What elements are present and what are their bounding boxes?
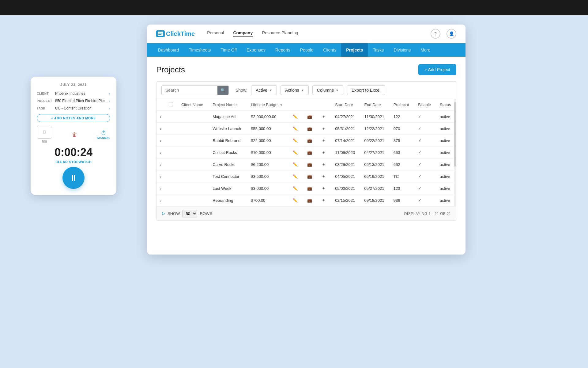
th-expand: [156, 99, 165, 111]
row-briefcase-icon[interactable]: 💼: [303, 159, 318, 171]
stopwatch-client-field: CLIENT Phoenix Industries ›: [37, 91, 110, 96]
budget-sort-icon[interactable]: ▼: [280, 103, 283, 107]
nav-expenses[interactable]: Expenses: [242, 43, 270, 57]
row-add-icon[interactable]: ＋: [318, 147, 331, 159]
project-arrow-icon[interactable]: ›: [109, 99, 110, 103]
row-checkbox: [165, 171, 178, 182]
clear-stopwatch-button[interactable]: CLEAR STOPWATCH: [37, 160, 110, 164]
nav-projects[interactable]: Projects: [341, 43, 368, 57]
row-status: active: [436, 159, 456, 171]
table-controls: 🔍 Show: Active ▼ Actions ▼ Columns ▼: [156, 81, 456, 221]
task-arrow-icon[interactable]: ›: [109, 106, 110, 110]
th-checkbox: [165, 99, 178, 111]
search-input[interactable]: [162, 86, 217, 95]
nav-company[interactable]: Company: [233, 30, 253, 37]
row-expand[interactable]: ›: [156, 123, 165, 135]
hrs-label: hrs: [37, 139, 52, 144]
add-notes-button[interactable]: + ADD NOTES AND MORE: [37, 114, 110, 122]
row-edit-icon[interactable]: ✏️: [289, 147, 303, 159]
export-excel-button[interactable]: Export to Excel: [347, 85, 385, 95]
row-billable: ✓: [414, 171, 436, 182]
table-row: › Last Week $3,000.00 ✏️ 💼 ＋ 05/03/2021 …: [156, 182, 456, 194]
search-button[interactable]: 🔍: [217, 86, 228, 95]
row-expand[interactable]: ›: [156, 171, 165, 182]
blue-navigation: Dashboard Timesheets Time Off Expenses R…: [147, 43, 466, 57]
browser-window: ClickTime Personal Company Resource Plan…: [147, 25, 466, 255]
row-edit-icon[interactable]: ✏️: [289, 135, 303, 147]
nav-more[interactable]: More: [416, 43, 435, 57]
nav-personal[interactable]: Personal: [207, 30, 224, 37]
row-briefcase-icon[interactable]: 💼: [303, 123, 318, 135]
row-briefcase-icon[interactable]: 💼: [303, 147, 318, 159]
columns-dropdown[interactable]: Columns ▼: [312, 85, 343, 95]
row-edit-icon[interactable]: ✏️: [289, 123, 303, 135]
nav-timesheets[interactable]: Timesheets: [184, 43, 216, 57]
row-add-icon[interactable]: ＋: [318, 182, 331, 194]
th-start-date: Start Date: [331, 99, 360, 111]
hours-input[interactable]: [37, 126, 52, 139]
row-add-icon[interactable]: ＋: [318, 159, 331, 171]
row-edit-icon[interactable]: ✏️: [289, 182, 303, 194]
add-project-button[interactable]: + Add Project: [418, 64, 456, 75]
main-wrapper: JULY 23, 2021 CLIENT Phoenix Industries …: [0, 15, 588, 264]
row-end-date: 04/27/2021: [360, 147, 390, 159]
row-project-name: Magazine Ad: [209, 111, 247, 123]
row-start-date: 03/29/2021: [331, 159, 360, 171]
row-budget: $10,000.00: [247, 147, 289, 159]
nav-time-off[interactable]: Time Off: [216, 43, 242, 57]
select-all-checkbox[interactable]: [169, 102, 173, 106]
project-value: 850 Firebird Pitch Firebird Pitc...: [55, 99, 109, 103]
nav-links: Personal Company Resource Planning: [207, 30, 431, 37]
nav-clients[interactable]: Clients: [318, 43, 341, 57]
row-briefcase-icon[interactable]: 💼: [303, 171, 318, 182]
client-arrow-icon[interactable]: ›: [109, 92, 110, 95]
row-briefcase-icon[interactable]: 💼: [303, 111, 318, 123]
row-add-icon[interactable]: ＋: [318, 111, 331, 123]
row-briefcase-icon[interactable]: 💼: [303, 194, 318, 206]
actions-dropdown[interactable]: Actions ▼: [281, 85, 309, 95]
row-edit-icon[interactable]: ✏️: [289, 159, 303, 171]
delete-icon[interactable]: 🗑: [72, 132, 77, 138]
row-expand[interactable]: ›: [156, 182, 165, 194]
row-expand[interactable]: ›: [156, 135, 165, 147]
nav-reports[interactable]: Reports: [270, 43, 295, 57]
user-button[interactable]: 👤: [447, 29, 456, 39]
table-row: › Rabbit Rebrand $22,000.00 ✏️ 💼 ＋ 07/14…: [156, 135, 456, 147]
manual-button[interactable]: ⏱ MANUAL: [97, 130, 110, 140]
row-edit-icon[interactable]: ✏️: [289, 171, 303, 182]
nav-people[interactable]: People: [295, 43, 318, 57]
row-billable: ✓: [414, 159, 436, 171]
nav-resource-planning[interactable]: Resource Planning: [262, 30, 298, 37]
stopwatch-date: JULY 23, 2021: [37, 83, 110, 86]
row-expand[interactable]: ›: [156, 159, 165, 171]
row-expand[interactable]: ›: [156, 111, 165, 123]
row-edit-icon[interactable]: ✏️: [289, 194, 303, 206]
row-edit-icon[interactable]: ✏️: [289, 111, 303, 123]
row-add-icon[interactable]: ＋: [318, 135, 331, 147]
scrollbar-track[interactable]: [454, 99, 456, 206]
row-project-num: 122: [390, 111, 415, 123]
pause-button[interactable]: ⏸: [62, 167, 85, 189]
nav-tasks[interactable]: Tasks: [368, 43, 389, 57]
nav-divisions[interactable]: Divisions: [389, 43, 416, 57]
nav-dashboard[interactable]: Dashboard: [153, 43, 184, 57]
row-project-name: Rabbit Rebrand: [209, 135, 247, 147]
row-start-date: 04/27/2021: [331, 111, 360, 123]
help-button[interactable]: ?: [431, 29, 440, 39]
row-add-icon[interactable]: ＋: [318, 123, 331, 135]
svg-rect-0: [158, 32, 163, 36]
row-expand[interactable]: ›: [156, 147, 165, 159]
row-project-num: 662: [390, 159, 415, 171]
row-briefcase-icon[interactable]: 💼: [303, 135, 318, 147]
row-status: active: [436, 171, 456, 182]
row-expand[interactable]: ›: [156, 194, 165, 206]
scrollbar-thumb: [454, 102, 456, 167]
rows-select[interactable]: 50: [182, 210, 197, 217]
row-add-icon[interactable]: ＋: [318, 194, 331, 206]
row-add-icon[interactable]: ＋: [318, 171, 331, 182]
row-briefcase-icon[interactable]: 💼: [303, 182, 318, 194]
refresh-icon[interactable]: ↻: [161, 211, 165, 216]
stopwatch-widget: JULY 23, 2021 CLIENT Phoenix Industries …: [31, 77, 116, 195]
active-dropdown[interactable]: Active ▼: [251, 85, 277, 95]
row-end-date: 05/19/2021: [360, 171, 390, 182]
